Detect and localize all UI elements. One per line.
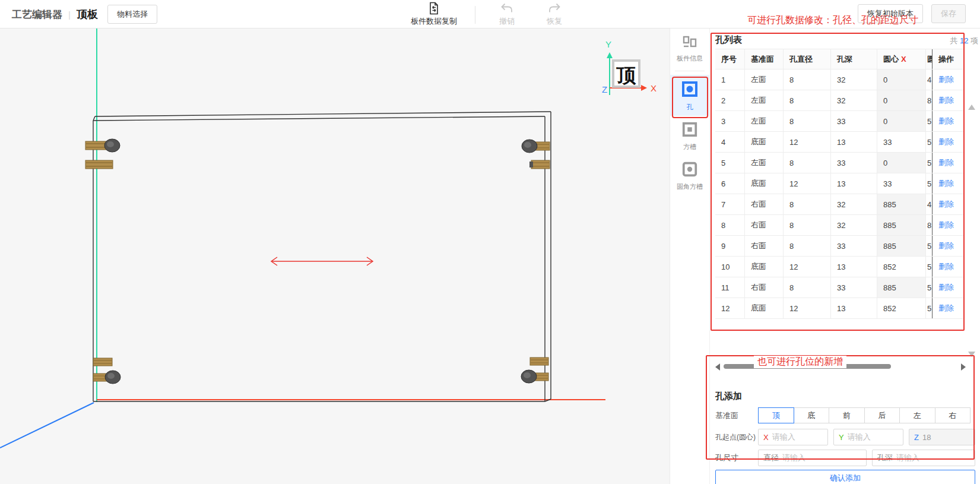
x-input[interactable]: X请输入 <box>758 429 828 445</box>
z-input[interactable]: Z18 <box>909 429 975 445</box>
cell-op: 删除 <box>932 277 965 298</box>
face-button-前[interactable]: 前 <box>829 407 865 423</box>
board-outline[interactable] <box>93 112 551 401</box>
cell-face: 左面 <box>745 111 784 131</box>
cell-depth[interactable]: 13 <box>831 132 877 152</box>
sidebar-item-hole[interactable]: 孔 <box>670 75 709 116</box>
cell-clipped: 5 <box>926 153 932 173</box>
delete-row-button[interactable]: 删除 <box>938 74 954 85</box>
diameter-input[interactable]: 直径请输入 <box>758 450 867 466</box>
cell-depth[interactable]: 33 <box>831 111 877 131</box>
delete-row-button[interactable]: 删除 <box>938 220 954 230</box>
delete-row-button[interactable]: 删除 <box>938 282 954 293</box>
cell-depth[interactable]: 13 <box>831 173 877 194</box>
scroll-right-icon[interactable] <box>961 363 966 371</box>
cell-no: 11 <box>715 277 745 298</box>
cell-depth[interactable]: 32 <box>831 90 877 110</box>
cell-center-x[interactable]: 852 <box>877 257 926 277</box>
delete-row-button[interactable]: 删除 <box>938 261 954 272</box>
cell-center-x[interactable]: 852 <box>877 298 926 318</box>
cell-depth[interactable]: 32 <box>831 194 877 214</box>
cell-diameter[interactable]: 8 <box>784 194 831 214</box>
face-button-后[interactable]: 后 <box>864 407 900 423</box>
delete-row-button[interactable]: 删除 <box>938 137 954 147</box>
cell-diameter[interactable]: 8 <box>784 215 831 235</box>
cell-diameter[interactable]: 8 <box>784 111 831 131</box>
dimension-arrow[interactable] <box>271 257 373 265</box>
hole-dowel[interactable] <box>521 370 548 383</box>
delete-row-button[interactable]: 删除 <box>938 303 954 314</box>
cell-depth[interactable]: 13 <box>831 298 877 318</box>
hole-depth-input[interactable]: 孔深请输入 <box>872 450 975 466</box>
material-select-button[interactable]: 物料选择 <box>107 5 157 24</box>
table-row: 2左面83208删除 <box>715 90 965 111</box>
hole-dowel[interactable] <box>85 160 113 169</box>
delete-row-button[interactable]: 删除 <box>938 241 954 251</box>
delete-row-button[interactable]: 删除 <box>938 199 954 210</box>
hole-dowel[interactable] <box>529 160 550 169</box>
face-button-顶[interactable]: 顶 <box>758 407 794 423</box>
cell-center-x[interactable]: 0 <box>877 111 926 131</box>
cell-center-x[interactable]: 885 <box>877 194 926 214</box>
copy-board-data-button[interactable]: 板件数据复制 <box>408 1 459 27</box>
cell-center-x[interactable]: 885 <box>877 236 926 256</box>
cell-center-x[interactable]: 0 <box>877 90 926 110</box>
sidebar-item-board-info[interactable]: 板件信息 <box>670 29 709 67</box>
cell-diameter[interactable]: 12 <box>784 257 831 277</box>
sidebar-item-square-slot[interactable]: 方槽 <box>670 116 709 156</box>
hole-table-rows: 1左面83204删除2左面83208删除3左面83305删除4底面1213335… <box>715 69 965 319</box>
cell-clipped: 5 <box>926 277 932 298</box>
cell-diameter[interactable]: 12 <box>784 298 831 318</box>
cell-diameter[interactable]: 8 <box>784 69 831 90</box>
cell-no: 6 <box>715 173 745 194</box>
cell-depth[interactable]: 32 <box>831 215 877 235</box>
delete-row-button[interactable]: 删除 <box>938 178 954 189</box>
cell-depth[interactable]: 33 <box>831 153 877 173</box>
redo-button[interactable]: 恢复 <box>538 1 570 27</box>
cell-diameter[interactable]: 8 <box>784 90 831 110</box>
cell-op: 删除 <box>932 69 965 90</box>
cell-diameter[interactable]: 12 <box>784 173 831 194</box>
cell-depth[interactable]: 32 <box>831 69 877 90</box>
cell-diameter[interactable]: 8 <box>784 153 831 173</box>
cell-face: 右面 <box>745 277 784 298</box>
cell-clipped: 8 <box>926 215 932 235</box>
face-button-左[interactable]: 左 <box>899 407 935 423</box>
cell-diameter[interactable]: 12 <box>784 132 831 152</box>
delete-row-button[interactable]: 删除 <box>938 95 954 106</box>
cell-depth[interactable]: 33 <box>831 236 877 256</box>
scroll-up-icon[interactable] <box>968 105 975 110</box>
y-input[interactable]: Y请输入 <box>833 429 903 445</box>
sidebar-item-rounded-slot[interactable]: 圆角方槽 <box>670 156 709 195</box>
save-button[interactable]: 保存 <box>931 4 966 23</box>
scroll-left-icon[interactable] <box>715 363 720 371</box>
confirm-add-button[interactable]: 确认添加 <box>715 470 975 484</box>
cell-depth[interactable]: 13 <box>831 257 877 277</box>
axis-triad: Y Z X 顶 <box>602 39 656 95</box>
cell-center-x[interactable]: 33 <box>877 132 926 152</box>
cell-center-x[interactable]: 0 <box>877 153 926 173</box>
cell-face: 底面 <box>745 173 784 194</box>
table-row: 3左面83305删除 <box>715 111 965 132</box>
cell-diameter[interactable]: 8 <box>784 277 831 298</box>
cell-center-x[interactable]: 0 <box>877 69 926 90</box>
cell-depth[interactable]: 33 <box>831 277 877 298</box>
cell-diameter[interactable]: 8 <box>784 236 831 256</box>
cell-center-x[interactable]: 33 <box>877 173 926 194</box>
hole-dowel[interactable] <box>530 358 548 365</box>
cell-no: 9 <box>715 236 745 256</box>
col-header-dia: 孔直径 <box>784 49 831 69</box>
3d-viewport[interactable]: Y Z X 顶 <box>0 29 670 484</box>
cell-center-x[interactable]: 885 <box>877 215 926 235</box>
cell-center-x[interactable]: 885 <box>877 277 926 298</box>
delete-row-button[interactable]: 删除 <box>938 157 954 168</box>
face-button-底[interactable]: 底 <box>794 407 830 423</box>
hole-dowel[interactable] <box>522 140 550 153</box>
cell-op: 删除 <box>932 111 965 131</box>
hole-dowel[interactable] <box>93 358 112 366</box>
hole-dowel[interactable] <box>85 139 120 152</box>
undo-button[interactable]: 撤销 <box>491 1 523 27</box>
face-button-右[interactable]: 右 <box>935 407 971 423</box>
scroll-down-icon[interactable] <box>968 352 975 357</box>
delete-row-button[interactable]: 删除 <box>938 116 954 126</box>
